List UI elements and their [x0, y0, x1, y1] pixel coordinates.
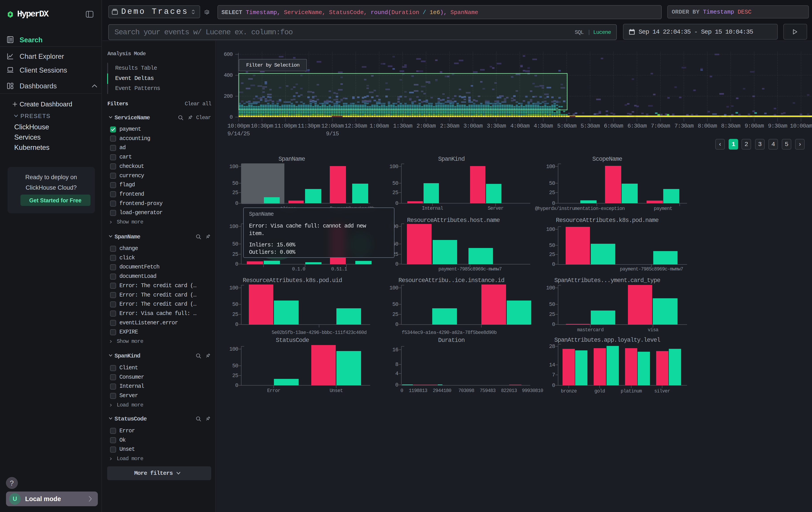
svg-text:200: 200	[224, 93, 233, 99]
svg-text:100: 100	[546, 226, 555, 233]
svg-text:0: 0	[235, 382, 238, 388]
svg-text:0: 0	[552, 200, 555, 206]
svg-text:f5344ec9-a1ea-4290-a62a-78f5be: f5344ec9-a1ea-4290-a62a-78f5bee8d90b	[402, 330, 497, 335]
svg-text:Internal: Internal	[422, 206, 443, 211]
svg-text:Unset: Unset	[329, 388, 343, 393]
svg-text:3:30am: 3:30am	[487, 123, 506, 129]
svg-text:12:30am: 12:30am	[345, 123, 367, 129]
svg-text:ResourceAttributes.k8s.pod.uid: ResourceAttributes.k8s.pod.uid	[243, 277, 342, 284]
svg-text:25: 25	[549, 251, 555, 258]
svg-text:25: 25	[232, 373, 238, 379]
svg-text:4:30am: 4:30am	[533, 123, 553, 129]
svg-text:400: 400	[224, 72, 233, 78]
svg-text:0: 0	[395, 200, 398, 206]
svg-text:25: 25	[232, 190, 238, 196]
svg-text:SpanAttributes.app.loyalty.lev: SpanAttributes.app.loyalty.level	[554, 337, 660, 344]
svg-text:6:30am: 6:30am	[628, 123, 647, 129]
svg-text:8:00am: 8:00am	[698, 123, 717, 129]
svg-text:SpanKind: SpanKind	[438, 156, 464, 162]
svg-text:759483: 759483	[480, 388, 495, 393]
svg-text:50: 50	[393, 180, 398, 186]
svg-text:100: 100	[389, 285, 398, 291]
svg-text:gold: gold	[594, 388, 605, 394]
svg-text:50: 50	[549, 180, 555, 186]
svg-text:0: 0	[235, 261, 238, 267]
svg-text:0: 0	[552, 382, 555, 388]
svg-text:50: 50	[549, 242, 555, 248]
svg-text:50: 50	[232, 301, 238, 307]
svg-text:25: 25	[549, 312, 555, 318]
svg-text:2944180: 2944180	[433, 388, 452, 393]
svg-text:4: 4	[395, 371, 399, 377]
svg-text:28: 28	[549, 344, 555, 350]
svg-text:Duration: Duration	[438, 337, 464, 344]
svg-text:ScopeName: ScopeName	[592, 156, 622, 162]
svg-text:25: 25	[232, 251, 238, 257]
svg-text:100: 100	[546, 285, 555, 291]
svg-text:25: 25	[549, 190, 555, 196]
svg-text:0: 0	[401, 388, 403, 393]
svg-text:silver: silver	[654, 388, 670, 394]
svg-text:@hyperdx/instrumentation-excep: @hyperdx/instrumentation-exception	[535, 206, 625, 211]
svg-text:11:30pm: 11:30pm	[298, 123, 320, 129]
svg-text:SpanName: SpanName	[279, 156, 305, 162]
svg-text:5:30am: 5:30am	[581, 123, 600, 129]
svg-text:5:00am: 5:00am	[557, 123, 577, 129]
svg-text:9:00am: 9:00am	[745, 123, 764, 129]
svg-text:100: 100	[229, 164, 238, 170]
svg-text:12:00am: 12:00am	[321, 123, 344, 129]
svg-text:25: 25	[232, 312, 238, 318]
svg-text:0: 0	[235, 200, 238, 206]
svg-text:8:30am: 8:30am	[721, 123, 741, 129]
svg-text:1198813: 1198813	[409, 388, 427, 393]
svg-text:ResourceAttributes.host.name: ResourceAttributes.host.name	[407, 217, 500, 224]
svg-text:SpanAttributes...yment.card_ty: SpanAttributes...yment.card_type	[554, 277, 660, 284]
svg-text:0: 0	[395, 321, 398, 327]
svg-text:100: 100	[389, 164, 398, 170]
svg-text:50: 50	[232, 180, 238, 186]
svg-text:50: 50	[549, 301, 555, 307]
svg-text:9:30am: 9:30am	[768, 123, 787, 129]
svg-text:7: 7	[552, 372, 555, 378]
svg-text:3:00am: 3:00am	[463, 123, 483, 129]
svg-text:100: 100	[546, 164, 555, 170]
svg-text:7:00am: 7:00am	[651, 123, 670, 129]
svg-text:0.1.0: 0.1.0	[292, 266, 305, 272]
svg-text:16: 16	[393, 347, 398, 353]
svg-text:mastercard: mastercard	[577, 327, 604, 332]
svg-text:ResourceAttributes.k8s.pod.nam: ResourceAttributes.k8s.pod.name	[556, 217, 658, 224]
svg-text:50: 50	[393, 301, 398, 307]
svg-text:5e02b5fb-13ae-4296-bbbc-111f42: 5e02b5fb-13ae-4296-bbbc-111f423c460d	[272, 330, 367, 335]
svg-text:payment-7985c8969c-mwmw7: payment-7985c8969c-mwmw7	[620, 266, 683, 272]
svg-text:25: 25	[393, 312, 398, 318]
svg-text:11:00pm: 11:00pm	[274, 123, 297, 129]
svg-text:7:30am: 7:30am	[674, 123, 694, 129]
svg-text:payment-7985c8969c-mwmw7: payment-7985c8969c-mwmw7	[438, 266, 502, 272]
svg-text:50: 50	[232, 241, 238, 247]
svg-text:Server: Server	[488, 206, 503, 211]
svg-text:8: 8	[395, 361, 398, 368]
svg-text:25: 25	[393, 190, 398, 196]
svg-text:platinum: platinum	[621, 388, 642, 394]
svg-text:50: 50	[232, 363, 238, 369]
svg-text:99930810: 99930810	[522, 388, 543, 393]
svg-text:0: 0	[552, 261, 555, 267]
svg-text:StatusCode: StatusCode	[276, 337, 309, 344]
svg-text:10:30pm: 10:30pm	[251, 123, 273, 129]
svg-text:payment: payment	[654, 206, 672, 211]
svg-text:4:00am: 4:00am	[510, 123, 530, 129]
svg-text:Error: Error	[267, 388, 280, 393]
svg-text:100: 100	[229, 285, 238, 291]
svg-text:0: 0	[230, 114, 233, 120]
svg-text:10:00am: 10:00am	[790, 123, 812, 129]
svg-text:703098: 703098	[458, 388, 474, 393]
svg-text:2:00am: 2:00am	[416, 123, 436, 129]
svg-text:100: 100	[229, 223, 238, 230]
svg-text:0.51.1: 0.51.1	[331, 266, 347, 272]
svg-text:0: 0	[552, 321, 555, 327]
svg-text:822013: 822013	[501, 388, 517, 393]
svg-text:visa: visa	[648, 327, 659, 332]
svg-text:9/15: 9/15	[326, 131, 339, 137]
svg-text:6:00am: 6:00am	[604, 123, 623, 129]
svg-text:10:00pm: 10:00pm	[228, 123, 250, 129]
